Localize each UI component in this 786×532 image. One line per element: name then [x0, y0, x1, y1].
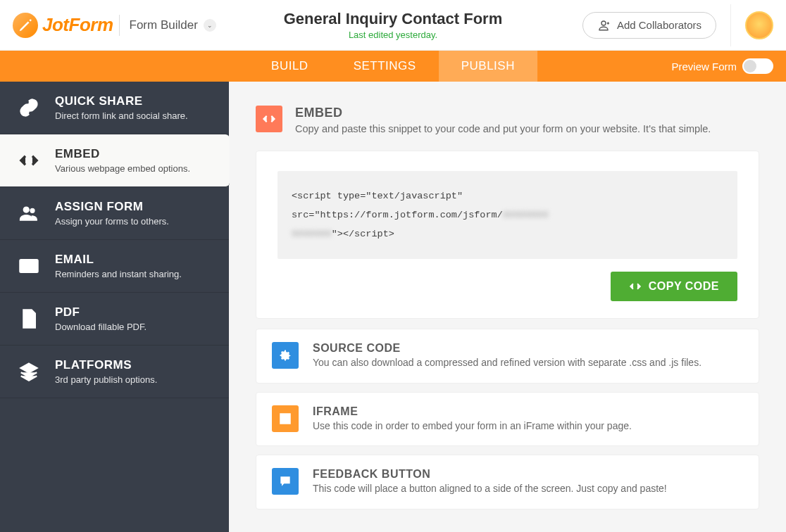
publish-sidebar: QUICK SHAREDirect form link and social s…	[0, 82, 229, 532]
people-icon	[597, 19, 610, 32]
sidebar-item-desc: Download fillable PDF.	[55, 322, 146, 332]
svg-rect-4	[283, 416, 288, 421]
logo-block[interactable]: JotForm	[13, 13, 113, 38]
sidebar-item-title: PDF	[55, 305, 146, 319]
svg-point-0	[23, 207, 29, 213]
option-feedback-button[interactable]: FEEDBACK BUTTONThis code will place a bu…	[256, 455, 759, 509]
embed-code-card: <script type="text/javascript" src="http…	[256, 151, 759, 319]
embed-intro: EMBED Copy and paste this snippet to you…	[256, 106, 759, 137]
option-source-code[interactable]: SOURCE CODEYou can also download a compr…	[256, 329, 759, 384]
envelope-icon	[17, 255, 41, 277]
code-icon	[17, 150, 41, 171]
main-tabs: BUILD SETTINGS PUBLISH	[249, 51, 537, 82]
preview-label: Preview Form	[671, 61, 737, 72]
preview-toggle[interactable]	[742, 58, 773, 74]
sidebar-item-assign-form[interactable]: ASSIGN FORMAssign your forms to others.	[0, 187, 229, 240]
preview-form-control: Preview Form	[671, 58, 786, 74]
divider	[730, 4, 731, 46]
main-tabs-bar: BUILD SETTINGS PUBLISH Preview Form	[0, 51, 786, 82]
sidebar-item-title: EMBED	[55, 147, 190, 161]
option-iframe[interactable]: IFRAMEUse this code in order to embed yo…	[256, 392, 759, 447]
user-avatar[interactable]	[745, 11, 773, 39]
option-desc: Use this code in order to embed your for…	[313, 419, 632, 433]
body: QUICK SHAREDirect form link and social s…	[0, 82, 786, 532]
option-desc: You can also download a compressed and r…	[313, 356, 701, 370]
title-block: General Inquiry Contact Form Last edited…	[284, 10, 503, 40]
sidebar-item-desc: 3rd party publish options.	[55, 374, 157, 385]
code-icon	[629, 280, 642, 293]
chat-icon	[272, 468, 299, 495]
option-desc: This code will place a button aligned to…	[313, 482, 667, 496]
top-header: JotForm Form Builder ⌄ General Inquiry C…	[0, 0, 786, 51]
option-title: FEEDBACK BUTTON	[313, 468, 667, 481]
embed-title: EMBED	[295, 106, 711, 120]
option-title: IFRAME	[313, 405, 632, 418]
code-line: "></script>	[332, 229, 394, 239]
code-redacted: 00000000	[503, 205, 549, 224]
add-collaborators-label: Add Collaborators	[617, 19, 701, 31]
frame-icon	[272, 405, 299, 432]
sidebar-item-desc: Direct form link and social share.	[55, 110, 188, 121]
sidebar-item-title: PLATFORMS	[55, 358, 157, 372]
option-title: SOURCE CODE	[313, 342, 701, 355]
divider	[119, 15, 120, 36]
sidebar-item-pdf[interactable]: PDFDownload fillable PDF.	[0, 293, 229, 346]
form-title[interactable]: General Inquiry Contact Form	[284, 10, 503, 28]
sidebar-item-title: ASSIGN FORM	[55, 200, 169, 214]
sidebar-item-platforms[interactable]: PLATFORMS3rd party publish options.	[0, 346, 229, 398]
logo-text: JotForm	[42, 14, 113, 36]
sidebar-item-title: QUICK SHARE	[55, 94, 188, 108]
svg-point-1	[30, 208, 35, 213]
copy-code-label: COPY CODE	[649, 280, 719, 293]
gear-icon	[272, 342, 299, 369]
tab-publish[interactable]: PUBLISH	[439, 51, 537, 82]
link-icon	[17, 97, 41, 118]
sidebar-item-desc: Reminders and instant sharing.	[55, 269, 182, 279]
code-line: src="https://form.jotform.com/jsform/	[292, 210, 503, 220]
add-collaborators-button[interactable]: Add Collaborators	[582, 12, 716, 39]
sidebar-item-quick-share[interactable]: QUICK SHAREDirect form link and social s…	[0, 82, 229, 134]
logo-icon	[13, 13, 38, 38]
sidebar-item-desc: Various webpage embed options.	[55, 163, 190, 174]
app-selector[interactable]: Form Builder ⌄	[130, 18, 216, 32]
copy-code-button[interactable]: COPY CODE	[611, 272, 737, 301]
tab-settings[interactable]: SETTINGS	[331, 51, 439, 82]
chevron-down-icon: ⌄	[204, 19, 216, 32]
people-icon	[17, 203, 41, 224]
sidebar-item-embed[interactable]: EMBEDVarious webpage embed options.	[0, 134, 230, 187]
sidebar-item-desc: Assign your forms to others.	[55, 216, 169, 227]
sidebar-item-title: EMAIL	[55, 253, 182, 267]
last-edited-label: Last edited yesterday.	[284, 30, 503, 40]
code-line: <script type="text/javascript"	[292, 191, 463, 201]
embed-code-box[interactable]: <script type="text/javascript" src="http…	[277, 171, 737, 259]
sidebar-item-email[interactable]: EMAILReminders and instant sharing.	[0, 240, 229, 293]
app-selector-label: Form Builder	[130, 18, 198, 32]
tab-build[interactable]: BUILD	[249, 51, 331, 82]
layers-icon	[17, 361, 41, 382]
header-right: Add Collaborators	[582, 4, 773, 46]
code-redacted: 0000000	[292, 224, 332, 243]
embed-icon	[256, 106, 282, 132]
main-panel: EMBED Copy and paste this snippet to you…	[229, 82, 786, 532]
embed-desc: Copy and paste this snippet to your code…	[295, 122, 711, 137]
file-download-icon	[17, 308, 41, 329]
